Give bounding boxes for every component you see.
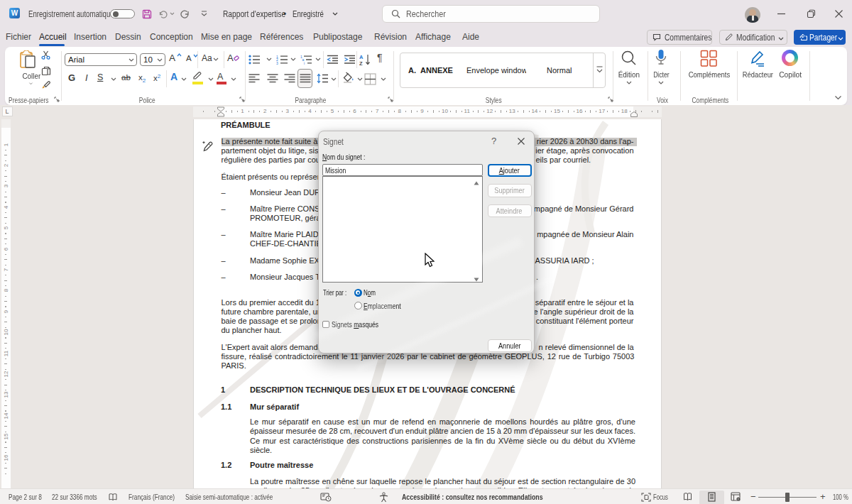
svg-text:Z: Z — [359, 60, 363, 66]
svg-text:i: i — [304, 61, 305, 65]
svg-text:3: 3 — [276, 61, 278, 65]
